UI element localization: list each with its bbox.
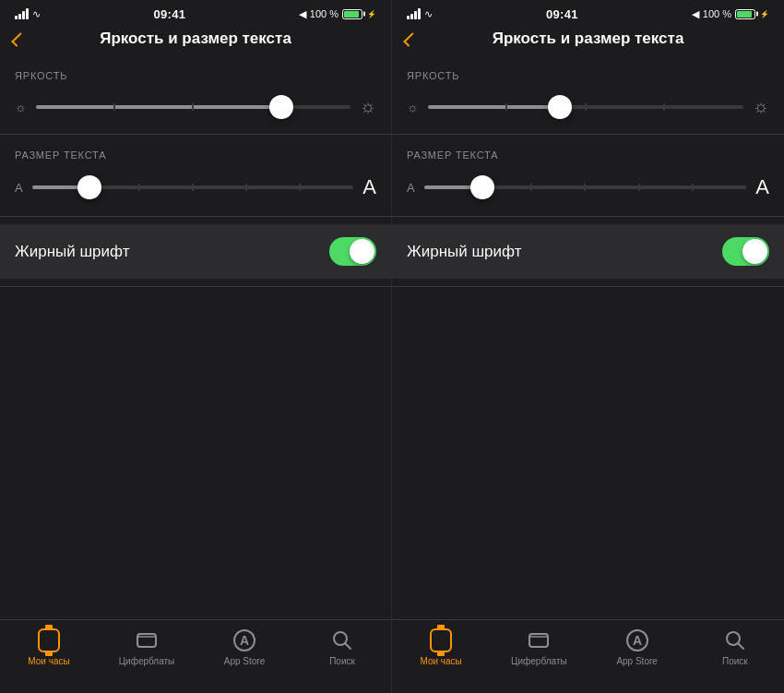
bold-font-label-right: Жирный шрифт (407, 243, 521, 261)
brightness-track-right[interactable] (428, 105, 743, 109)
brightness-high-icon-right: ☼ (753, 96, 769, 117)
brightness-slider-row-left: ☼ ☼ (0, 87, 391, 126)
content-right: ЯРКОСТЬ ☼ ☼ РАЗМЕР ТЕКСТА A (392, 55, 784, 619)
page-title-right: Яркость и размер текста (493, 30, 684, 48)
svg-rect-0 (137, 634, 156, 647)
bold-font-row-right[interactable]: Жирный шрифт (392, 224, 784, 279)
brightness-track-left[interactable] (36, 105, 350, 109)
text-size-slider-row-right: A A (392, 166, 784, 209)
text-small-icon-left: A (15, 181, 23, 195)
brightness-section-left: ЯРКОСТЬ ☼ ☼ (0, 55, 391, 126)
bold-font-row-left[interactable]: Жирный шрифт (0, 224, 391, 279)
brightness-label-left: ЯРКОСТЬ (0, 55, 391, 87)
left-panel: ∿ 09:41 ◀ 100 % ⚡ Яркость и размер текст… (0, 0, 392, 693)
tab-my-watch-label-right: Мои часы (420, 656, 461, 666)
status-right-right: ◀ 100 % ⚡ (692, 8, 769, 20)
bold-font-toggle-right[interactable] (722, 237, 769, 266)
location-icon: ◀ (299, 8, 306, 20)
nav-header-right: Яркость и размер текста (392, 26, 784, 55)
text-size-track-right[interactable] (424, 185, 747, 189)
tab-my-watch-left[interactable]: Мои часы (0, 627, 98, 666)
battery-icon: ⚡ (342, 9, 376, 19)
bold-font-toggle-left[interactable] (329, 237, 376, 266)
gap-right (392, 217, 784, 224)
brightness-low-icon-left: ☼ (15, 100, 27, 114)
brightness-low-icon-right: ☼ (407, 100, 419, 114)
tab-appstore-label-right: App Store (616, 656, 657, 666)
svg-line-5 (346, 644, 351, 650)
my-watch-icon-left (36, 627, 62, 653)
time-display-right: 09:41 (546, 7, 578, 21)
text-size-label-right: РАЗМЕР ТЕКСТА (392, 135, 784, 166)
wifi-icon: ∿ (32, 8, 41, 20)
right-panel: ∿ 09:41 ◀ 100 % ⚡ Яркость и размер текст… (392, 0, 784, 693)
battery-percent: 100 % (310, 8, 339, 19)
tab-faces-label-left: Циферблаты (119, 656, 175, 666)
tab-appstore-label-left: App Store (224, 656, 265, 666)
tab-search-label-right: Поиск (722, 656, 748, 666)
svg-text:A: A (240, 633, 249, 648)
text-size-section-left: РАЗМЕР ТЕКСТА A A (0, 135, 391, 209)
tab-appstore-left[interactable]: A App Store (196, 627, 293, 666)
signal-icon-right (407, 8, 421, 19)
tab-search-left[interactable]: Поиск (293, 627, 391, 666)
tab-bar-right: Мои часы Циферблаты A App Store (392, 619, 784, 693)
search-icon-left (329, 627, 355, 653)
tab-faces-label-right: Циферблаты (511, 656, 567, 666)
divider3-right (392, 286, 784, 287)
tab-search-right[interactable]: Поиск (686, 627, 784, 666)
tab-my-watch-label-left: Мои часы (28, 656, 69, 666)
toggle-thumb-right (742, 239, 767, 264)
brightness-label-right: ЯРКОСТЬ (392, 55, 784, 87)
status-left-right: ∿ (407, 8, 433, 20)
tab-my-watch-right[interactable]: Мои часы (392, 627, 490, 666)
battery-percent-right: 100 % (703, 8, 731, 19)
svg-text:A: A (633, 633, 642, 648)
location-icon-right: ◀ (692, 8, 699, 20)
status-bar-left: ∿ 09:41 ◀ 100 % ⚡ (0, 0, 391, 26)
tab-faces-left[interactable]: Циферблаты (98, 627, 196, 666)
appstore-icon-right: A (624, 627, 650, 653)
toggle-thumb-left (350, 239, 374, 264)
svg-line-11 (738, 644, 743, 650)
svg-rect-6 (529, 634, 548, 647)
battery-icon-right: ⚡ (735, 9, 769, 19)
text-size-label-left: РАЗМЕР ТЕКСТА (0, 135, 391, 166)
brightness-high-icon-left: ☼ (360, 96, 376, 117)
tab-appstore-right[interactable]: A App Store (588, 627, 686, 666)
appstore-icon-left: A (232, 627, 257, 653)
text-size-slider-row-left: A A (0, 166, 391, 209)
bold-font-label-left: Жирный шрифт (15, 243, 129, 261)
tab-search-label-left: Поиск (329, 656, 355, 666)
faces-icon-left (134, 627, 160, 653)
page-title-left: Яркость и размер текста (100, 30, 291, 48)
tab-faces-right[interactable]: Циферблаты (490, 627, 588, 666)
status-right: ◀ 100 % ⚡ (299, 8, 376, 20)
time-display: 09:41 (154, 7, 186, 21)
wifi-icon-right: ∿ (424, 8, 433, 20)
back-button-left[interactable] (15, 31, 28, 46)
content-left: ЯРКОСТЬ ☼ ☼ РАЗМЕР ТЕКСТА A (0, 55, 391, 619)
faces-icon-right (526, 627, 552, 653)
text-large-icon-right: A (755, 175, 769, 199)
text-size-track-left[interactable] (32, 185, 354, 189)
brightness-slider-row-right: ☼ ☼ (392, 87, 784, 126)
status-bar-right: ∿ 09:41 ◀ 100 % ⚡ (392, 0, 784, 26)
divider3-left (0, 286, 391, 287)
status-left: ∿ (15, 8, 41, 20)
search-icon-right (722, 627, 748, 653)
gap-left (0, 217, 391, 224)
tab-bar-left: Мои часы Циферблаты A App Store (0, 619, 391, 693)
text-large-icon-left: A (362, 175, 376, 199)
nav-header-left: Яркость и размер текста (0, 26, 391, 55)
text-small-icon-right: A (407, 181, 415, 195)
text-size-section-right: РАЗМЕР ТЕКСТА A A (392, 135, 784, 209)
my-watch-icon-right (428, 627, 454, 653)
back-button-right[interactable] (407, 31, 420, 46)
brightness-section-right: ЯРКОСТЬ ☼ ☼ (392, 55, 784, 126)
signal-icon (15, 8, 29, 19)
